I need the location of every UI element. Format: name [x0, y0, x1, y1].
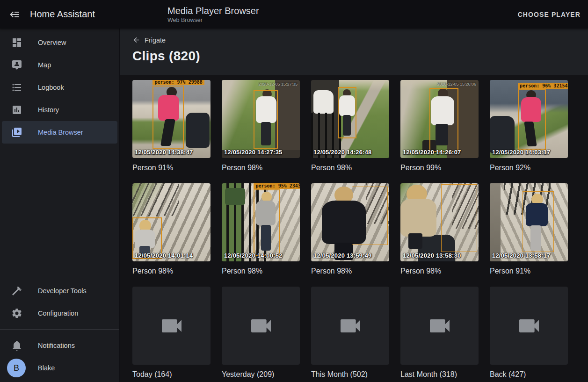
page-title-block: Media Player Browser Web Browser — [167, 5, 259, 24]
timestamp-overlay: 12/05/2020 13:58:17 — [492, 252, 551, 259]
person-torso-shape — [400, 199, 436, 236]
clip-item[interactable]: 12/05/2020 13:59:49 Person 98% — [311, 183, 389, 275]
scene-object-shape — [225, 188, 245, 205]
timestamp-overlay: 12/05/2020 13:58:30 — [403, 252, 461, 259]
clip-caption: Person 92% — [490, 163, 568, 172]
folder-caption: Back (427) — [490, 370, 568, 379]
backburger-menu-icon — [9, 9, 21, 20]
video-camera-icon — [337, 313, 363, 339]
format-list-bulleted-icon — [11, 82, 22, 93]
media-browser-content: Frigate Clips (820) person: 97% 29988 12… — [120, 29, 588, 382]
tooltip-account-icon — [11, 59, 22, 71]
clip-caption: Person 98% — [132, 267, 211, 275]
page-subtitle: Web Browser — [167, 16, 259, 24]
detection-bounding-box: person: 95% 23432 — [254, 189, 279, 256]
clip-item[interactable]: 12/05/2020 13:58:30 Person 98% — [400, 183, 479, 275]
folder-item-today[interactable]: Today (164) — [132, 287, 211, 379]
timestamp-overlay: 12/05/2020 14:26:48 — [313, 149, 372, 156]
clip-caption: Person 98% — [222, 267, 300, 275]
folder-thumbnail — [222, 287, 300, 365]
chart-box-icon — [11, 104, 22, 115]
folder-item-back[interactable]: Back (427) — [490, 287, 568, 379]
breadcrumb-back[interactable]: Frigate — [132, 36, 166, 44]
clip-thumbnail: 12/05/2020 14:26:48 — [311, 80, 389, 158]
timestamp-overlay: 12/05/2020 14:38:47 — [135, 149, 193, 156]
timestamp-overlay: 12/05/2020 14:27:35 — [224, 149, 283, 156]
folder-thumbnail — [400, 287, 479, 365]
sidebar-item-map[interactable]: Map — [2, 54, 117, 76]
clip-item[interactable]: 12/05/2020 14:01:14 Person 98% — [132, 183, 211, 275]
sidebar-item-logbook[interactable]: Logbook — [2, 76, 117, 99]
folder-item-yesterday[interactable]: Yesterday (209) — [222, 287, 300, 379]
clip-thumbnail: 12/05/2020 13:58:17 — [490, 183, 568, 261]
sidebar-item-overview[interactable]: Overview — [2, 31, 117, 54]
choose-player-button[interactable]: CHOOSE PLAYER — [512, 6, 586, 23]
sidebar-item-notifications[interactable]: Notifications — [2, 334, 117, 357]
detection-bounding-box — [441, 184, 477, 252]
timestamp-overlay: 12/05/2020 14:00:52 — [224, 252, 283, 259]
clip-thumbnail: person: 96% 32154 12/05/2020 14:03:17 — [490, 80, 568, 158]
view-dashboard-icon — [11, 37, 22, 48]
video-camera-icon — [248, 313, 274, 339]
detection-bounding-box — [338, 87, 356, 138]
sidebar-item-label: Developer Tools — [38, 287, 87, 295]
sidebar: Overview Map Logbook History Media Brows… — [0, 29, 120, 382]
folder-item-this-month[interactable]: This Month (502) — [311, 287, 389, 379]
gear-icon — [11, 308, 22, 319]
detection-bounding-box — [429, 88, 458, 152]
user-name: Blake — [38, 364, 55, 372]
sidebar-item-developer-tools[interactable]: Developer Tools — [2, 280, 117, 302]
clip-caption: Person 91% — [490, 267, 568, 275]
clip-item[interactable]: 2020-12-05 15:26:06 12/05/2020 14:26:07 … — [400, 80, 479, 172]
clip-item[interactable]: 12/05/2020 14:26:48 Person 98% — [311, 80, 389, 172]
sidebar-item-label: Media Browser — [38, 129, 83, 136]
clip-item[interactable]: 12/05/2020 13:58:17 Person 91% — [490, 183, 568, 275]
breadcrumb-label: Frigate — [145, 36, 166, 44]
clip-item[interactable]: person: 95% 23432 12/05/2020 14:00:52 Pe… — [222, 183, 300, 275]
sidebar-item-label: Configuration — [38, 310, 78, 317]
user-avatar: B — [7, 359, 26, 377]
bell-icon — [11, 340, 22, 351]
app-title: Home Assistant — [30, 9, 95, 20]
clip-thumbnail: person: 95% 23432 12/05/2020 14:00:52 — [222, 183, 300, 261]
clip-thumbnail: 2020-12-05 15:27:35 12/05/2020 14:27:35 — [222, 80, 300, 158]
clip-item[interactable]: 2020-12-05 15:27:35 12/05/2020 14:27:35 … — [222, 80, 300, 172]
sidebar-item-label: History — [38, 106, 59, 114]
detection-bounding-box — [254, 90, 278, 149]
video-camera-icon — [159, 313, 185, 339]
sidebar-item-history[interactable]: History — [2, 99, 117, 121]
arrow-left-icon — [132, 36, 140, 44]
section-title: Clips (820) — [132, 49, 575, 64]
detection-label: person: 96% 32154 — [518, 83, 568, 89]
folder-item-last-month[interactable]: Last Month (318) — [400, 287, 479, 379]
clip-thumbnail: 12/05/2020 13:59:49 — [311, 183, 389, 261]
detection-label: person: 97% 29988 — [152, 80, 204, 85]
sidebar-item-configuration[interactable]: Configuration — [2, 302, 117, 324]
sidebar-toggle-button[interactable] — [4, 3, 26, 26]
folder-caption: This Month (502) — [311, 370, 389, 379]
page-title: Media Player Browser — [167, 5, 259, 16]
clip-item[interactable]: person: 97% 29988 12/05/2020 14:38:47 Pe… — [132, 80, 211, 172]
clip-thumbnail: 2020-12-05 15:26:06 12/05/2020 14:26:07 — [400, 80, 479, 158]
timestamp-overlay: 12/05/2020 13:59:49 — [313, 252, 372, 259]
folder-caption: Today (164) — [132, 370, 211, 379]
detection-bounding-box: person: 97% 29988 — [152, 86, 184, 149]
clip-item[interactable]: person: 96% 32154 12/05/2020 14:03:17 Pe… — [490, 80, 568, 172]
folder-thumbnail — [490, 287, 568, 365]
timestamp-overlay: 12/05/2020 14:03:17 — [492, 149, 551, 156]
clip-thumbnail: person: 97% 29988 12/05/2020 14:38:47 — [132, 80, 211, 158]
scene-object-shape — [132, 183, 179, 216]
camera-osd-timestamp: 2020-12-05 15:26:06 — [437, 82, 476, 86]
camera-osd-timestamp: 2020-12-05 15:27:35 — [258, 82, 298, 86]
sidebar-item-media-browser[interactable]: Media Browser — [2, 121, 117, 144]
play-box-multiple-icon — [11, 127, 22, 138]
scene-object-shape — [186, 113, 210, 148]
detection-bounding-box — [523, 191, 554, 252]
detection-bounding-box: person: 96% 32154 — [518, 89, 546, 150]
scene-object-shape — [313, 90, 334, 114]
scene-object-shape — [490, 116, 515, 153]
folder-thumbnail — [311, 287, 389, 365]
sidebar-item-user[interactable]: B Blake — [2, 357, 117, 379]
clip-caption: Person 91% — [132, 163, 211, 172]
clip-thumbnail: 12/05/2020 13:58:30 — [400, 183, 479, 261]
